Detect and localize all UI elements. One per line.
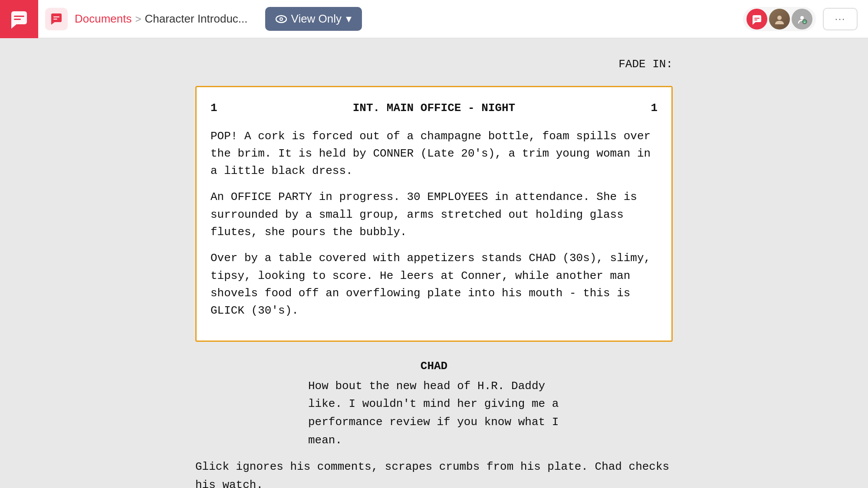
collaborators-group: + bbox=[743, 7, 816, 31]
chat-nav-button[interactable] bbox=[45, 8, 68, 30]
fade-in: FADE IN: bbox=[195, 56, 673, 73]
script-container: FADE IN: 1 INT. MAIN OFFICE - NIGHT 1 PO… bbox=[195, 56, 673, 471]
character-name-1: CHAD bbox=[195, 357, 673, 375]
dialogue-text-1: How bout the new head of H.R. Daddy like… bbox=[308, 377, 560, 449]
scene-number-right: 1 bbox=[651, 99, 658, 117]
app-logo bbox=[0, 0, 38, 38]
avatar-user-3: + bbox=[792, 9, 812, 29]
svg-point-10 bbox=[777, 16, 782, 20]
svg-point-11 bbox=[800, 16, 804, 20]
view-only-button[interactable]: View Only ▾ bbox=[265, 7, 362, 31]
scene-header: 1 INT. MAIN OFFICE - NIGHT 1 bbox=[210, 99, 658, 117]
avatar-current-user bbox=[746, 9, 767, 29]
scene-body: POP! A cork is forced out of a champagne… bbox=[210, 128, 658, 320]
svg-rect-1 bbox=[14, 16, 24, 17]
svg-rect-8 bbox=[754, 18, 760, 19]
view-only-chevron: ▾ bbox=[346, 12, 352, 26]
scene-paragraph-1: POP! A cork is forced out of a champagne… bbox=[210, 128, 658, 180]
more-options-button[interactable]: ··· bbox=[823, 8, 858, 30]
breadcrumb: Documents > Character Introduc... bbox=[75, 12, 248, 26]
scene-paragraph-3: Over by a table covered with appetizers … bbox=[210, 249, 658, 319]
breadcrumb-separator: > bbox=[135, 13, 141, 25]
scene-block-1: 1 INT. MAIN OFFICE - NIGHT 1 POP! A cork… bbox=[195, 86, 673, 341]
scene-paragraph-2: An OFFICE PARTY in progress. 30 EMPLOYEE… bbox=[210, 188, 658, 241]
svg-point-7 bbox=[280, 18, 282, 20]
svg-rect-4 bbox=[53, 19, 57, 20]
svg-rect-2 bbox=[14, 19, 21, 20]
dialogue-block-1: CHAD How bout the new head of H.R. Daddy… bbox=[195, 357, 673, 450]
svg-rect-9 bbox=[754, 20, 757, 20]
svg-text:+: + bbox=[804, 21, 806, 24]
breadcrumb-current: Character Introduc... bbox=[145, 12, 248, 26]
avatar-user-2 bbox=[769, 9, 790, 29]
scene-number-left: 1 bbox=[210, 99, 217, 117]
more-options-label: ··· bbox=[835, 13, 845, 25]
breadcrumb-root[interactable]: Documents bbox=[75, 12, 132, 26]
topbar: Documents > Character Introduc... View O… bbox=[0, 0, 868, 38]
view-only-label: View Only bbox=[291, 12, 342, 26]
action-line-1: Glick ignores his comments, scrapes crum… bbox=[195, 458, 673, 488]
main-content: FADE IN: 1 INT. MAIN OFFICE - NIGHT 1 PO… bbox=[0, 38, 868, 488]
svg-rect-3 bbox=[53, 16, 59, 17]
scene-heading: INT. MAIN OFFICE - NIGHT bbox=[353, 99, 515, 117]
